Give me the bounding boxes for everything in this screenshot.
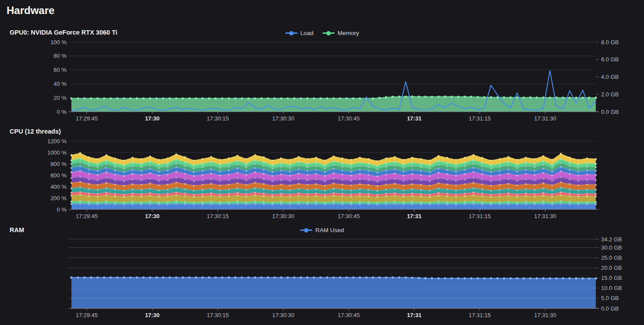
axis-tick-label: 17:31:15: [469, 115, 491, 122]
data-point: [289, 184, 291, 186]
data-point: [368, 174, 369, 176]
data-point: [219, 180, 221, 181]
data-point: [228, 195, 230, 197]
data-point: [490, 167, 492, 169]
data-point: [577, 203, 579, 205]
data-point: [131, 203, 133, 205]
data-point: [507, 161, 509, 163]
data-point: [88, 178, 90, 180]
data-point: [202, 163, 203, 165]
axis-tick-label: 25.0 GB: [601, 254, 622, 261]
data-point: [551, 159, 553, 161]
data-point: [208, 97, 210, 99]
data-point: [254, 192, 256, 194]
data-point: [577, 194, 579, 195]
legend-item-ram-used[interactable]: RAM Used: [300, 227, 344, 233]
data-point: [140, 201, 142, 203]
axis-tick-label: 20.0 GB: [601, 265, 622, 271]
data-point: [237, 160, 238, 162]
data-point: [289, 201, 291, 203]
data-point: [464, 165, 466, 167]
data-point: [551, 180, 553, 181]
data-point: [166, 158, 168, 159]
data-point: [490, 201, 492, 203]
data-point: [398, 276, 400, 279]
data-point: [339, 276, 341, 279]
data-point: [306, 184, 308, 186]
data-point: [499, 201, 500, 203]
data-point: [184, 203, 186, 205]
data-point: [595, 201, 597, 203]
legend-item-memory[interactable]: Memory: [322, 30, 359, 36]
data-point: [403, 201, 404, 203]
data-point: [595, 179, 597, 181]
axis-tick-label: 17:30:45: [338, 115, 360, 122]
data-point: [368, 184, 369, 186]
data-point: [385, 195, 387, 197]
data-point: [392, 276, 394, 279]
axis-tick-label: 0 %: [57, 206, 67, 213]
data-point: [202, 193, 203, 195]
data-point: [464, 201, 466, 203]
data-point: [123, 185, 125, 187]
data-point: [429, 185, 431, 187]
data-point: [97, 166, 99, 168]
data-point: [542, 183, 544, 184]
data-point: [464, 162, 466, 164]
data-point: [394, 192, 396, 194]
data-point: [83, 276, 85, 279]
data-point: [516, 189, 518, 191]
data-point: [175, 159, 177, 160]
data-point: [372, 276, 374, 279]
data-point: [473, 182, 474, 184]
data-point: [129, 276, 131, 279]
data-point: [210, 161, 212, 163]
data-point: [140, 195, 142, 197]
data-point: [166, 195, 168, 197]
data-point: [237, 203, 238, 205]
data-point: [319, 97, 322, 99]
data-point: [534, 201, 535, 203]
data-point: [481, 173, 483, 175]
data-point: [575, 277, 577, 279]
data-point: [71, 154, 72, 156]
data-point: [116, 97, 118, 99]
data-point: [376, 196, 378, 198]
data-point: [385, 179, 387, 181]
data-point: [490, 164, 492, 166]
data-point: [562, 277, 564, 279]
data-point: [245, 174, 247, 176]
data-point: [228, 193, 230, 194]
data-point: [175, 203, 177, 205]
data-point: [464, 188, 466, 190]
data-point: [481, 203, 483, 205]
data-point: [298, 165, 300, 166]
legend-label: RAM Used: [315, 227, 344, 233]
data-point: [272, 159, 273, 161]
data-point: [420, 174, 422, 176]
data-point: [350, 171, 352, 173]
legend-item-load[interactable]: Load: [285, 30, 314, 36]
data-point: [499, 163, 500, 165]
data-point: [368, 166, 369, 168]
axis-tick-label: 17:31: [407, 115, 421, 122]
data-point: [166, 184, 168, 185]
data-point: [131, 188, 133, 190]
data-point: [499, 193, 500, 195]
data-point: [140, 179, 142, 181]
data-point: [114, 162, 116, 164]
data-point: [473, 163, 474, 165]
data-point: [254, 163, 256, 165]
ram-legend: RAM Used: [0, 227, 644, 233]
data-point: [350, 194, 352, 195]
data-point: [534, 179, 535, 181]
data-point: [280, 193, 282, 194]
data-point: [403, 203, 404, 205]
data-point: [324, 185, 326, 187]
data-point: [359, 188, 361, 190]
data-point: [525, 169, 527, 171]
data-point: [376, 165, 378, 167]
data-point: [490, 203, 492, 205]
data-point: [385, 162, 387, 164]
data-point: [149, 183, 151, 184]
